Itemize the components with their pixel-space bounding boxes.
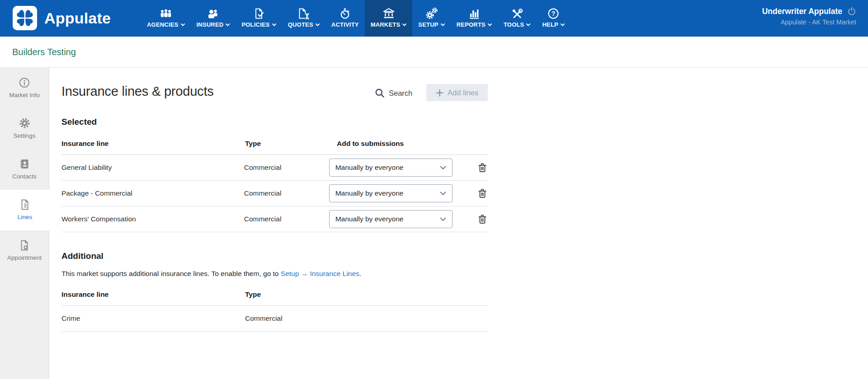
column-header-type: Type	[245, 140, 330, 148]
user-box: Underwriter Appulate Appulate - AK Test …	[762, 6, 856, 26]
chevron-down-icon	[402, 23, 406, 26]
chevron-down-icon	[226, 23, 230, 26]
insurance-line-cell: Workers' Compensation	[61, 215, 244, 223]
nav-item-label: TOOLS	[504, 21, 524, 28]
chevron-down-icon	[440, 166, 446, 170]
chevron-down-icon	[488, 23, 492, 26]
nav-item-label: QUOTES	[288, 21, 313, 28]
nav-item-activity[interactable]: ACTIVITY	[326, 0, 365, 37]
nav-item-label: SETUP	[418, 21, 438, 28]
nav-item-policies[interactable]: POLICIES	[236, 0, 282, 37]
tools-icon	[511, 4, 524, 19]
sidebar-item-label: Lines	[18, 214, 32, 220]
type-cell: Commercial	[244, 189, 329, 197]
nav-item-label: HELP	[542, 21, 558, 28]
nav-item-markets[interactable]: MARKETS	[365, 0, 413, 37]
nav-item-help[interactable]: ? HELP	[536, 0, 570, 37]
sidebar-item-label: Settings	[14, 132, 36, 139]
nav-item-tools[interactable]: TOOLS	[498, 0, 537, 37]
insurance-line-cell: Package - Commercial	[61, 189, 244, 197]
additional-note: This market supports additional insuranc…	[61, 270, 868, 278]
nav-item-reports[interactable]: REPORTS	[451, 0, 498, 37]
nav-item-label: POLICIES	[241, 21, 269, 28]
table-row: General Liability Commercial Manually by…	[61, 155, 488, 181]
user-name[interactable]: Underwriter Appulate	[762, 7, 842, 16]
search-label: Search	[389, 89, 412, 98]
select-value: Manually by everyone	[335, 189, 404, 197]
policies-icon	[254, 4, 264, 19]
additional-lines-table: Insurance line Type Crime Commercial	[61, 278, 488, 332]
table-header-row: Insurance line Type Add to submissions	[61, 127, 488, 155]
activity-icon	[339, 4, 351, 19]
search-icon	[375, 88, 385, 98]
chevron-down-icon	[181, 23, 185, 26]
additional-section: Additional This market supports addition…	[61, 251, 868, 332]
chevron-down-icon	[561, 23, 565, 26]
sidebar-item-market-info[interactable]: Market Info	[0, 68, 49, 108]
add-to-submissions-select[interactable]: Manually by everyone	[329, 210, 453, 228]
nav-item-label: INSURED	[197, 21, 224, 28]
svg-text:?: ?	[552, 10, 556, 17]
nav-item-setup[interactable]: SETUP	[412, 0, 450, 37]
info-icon	[19, 76, 30, 89]
sidebar-item-label: Contacts	[12, 173, 36, 180]
setup-icon	[425, 4, 438, 19]
sidebar-item-appointment[interactable]: Appointment	[0, 230, 49, 271]
sidebar-item-label: Appointment	[7, 254, 42, 261]
insured-icon	[207, 4, 219, 19]
add-lines-button[interactable]: Add lines	[426, 84, 488, 101]
top-navigation-bar: Appulate AGENCIES INSURED	[0, 0, 868, 37]
add-to-submissions-select[interactable]: Manually by everyone	[329, 184, 453, 202]
markets-icon	[382, 4, 395, 19]
trash-icon[interactable]	[477, 213, 488, 225]
search-button[interactable]: Search	[375, 88, 412, 98]
trash-icon[interactable]	[477, 162, 488, 173]
insurance-line-cell: Crime	[61, 314, 245, 323]
selected-heading: Selected	[61, 117, 868, 127]
table-header-row: Insurance line Type	[61, 278, 488, 306]
main-content: Insurance lines & products Search Add li…	[50, 68, 868, 379]
nav-item-label: ACTIVITY	[331, 21, 359, 28]
sidebar-item-label: Market Info	[9, 92, 40, 98]
nav-item-label: REPORTS	[457, 21, 486, 28]
add-to-submissions-select[interactable]: Manually by everyone	[329, 159, 453, 177]
selected-lines-table: Insurance line Type Add to submissions G…	[61, 127, 488, 232]
table-row: Crime Commercial	[61, 306, 488, 332]
type-cell: Commercial	[244, 164, 329, 172]
plus-icon	[436, 89, 443, 97]
power-icon[interactable]	[847, 6, 856, 16]
nav-item-insured[interactable]: INSURED	[191, 0, 236, 37]
chevron-down-icon	[440, 217, 446, 221]
sidebar-item-lines[interactable]: Lines	[0, 190, 50, 230]
appulate-logo[interactable]	[13, 6, 37, 30]
sidebar: Market Info Settings Contacts	[0, 68, 49, 379]
sidebar-item-settings[interactable]: Settings	[0, 108, 49, 149]
contacts-icon	[19, 158, 30, 170]
nav-item-quotes[interactable]: QUOTES	[282, 0, 326, 37]
column-header-insurance-line: Insurance line	[61, 290, 245, 299]
nav-item-label: MARKETS	[371, 21, 401, 28]
select-value: Manually by everyone	[335, 215, 404, 223]
brand: Appulate	[13, 6, 111, 30]
help-icon: ?	[547, 4, 559, 19]
nav-item-label: AGENCIES	[147, 21, 179, 28]
table-row: Package - Commercial Commercial Manually…	[61, 181, 488, 206]
main-nav: AGENCIES INSURED POLICIES	[141, 0, 571, 37]
agencies-icon	[159, 4, 173, 19]
sidebar-item-contacts[interactable]: Contacts	[0, 149, 49, 190]
column-header-add-to-submissions: Add to submissions	[330, 140, 460, 148]
additional-heading: Additional	[61, 251, 868, 261]
setup-insurance-lines-link[interactable]: Setup → Insurance Lines	[281, 270, 359, 277]
clover-icon	[14, 8, 35, 28]
breadcrumb-market-name: Builders Testing	[12, 47, 76, 57]
column-header-type: Type	[245, 290, 330, 299]
brand-name: Appulate	[44, 9, 111, 27]
breadcrumb-bar: Builders Testing	[0, 37, 868, 68]
reports-icon	[468, 4, 480, 19]
chevron-down-icon	[526, 23, 530, 26]
chevron-down-icon	[316, 23, 320, 26]
nav-item-agencies[interactable]: AGENCIES	[141, 0, 191, 37]
insurance-line-cell: General Liability	[61, 164, 244, 172]
lines-doc-icon	[19, 198, 31, 211]
trash-icon[interactable]	[477, 187, 488, 199]
